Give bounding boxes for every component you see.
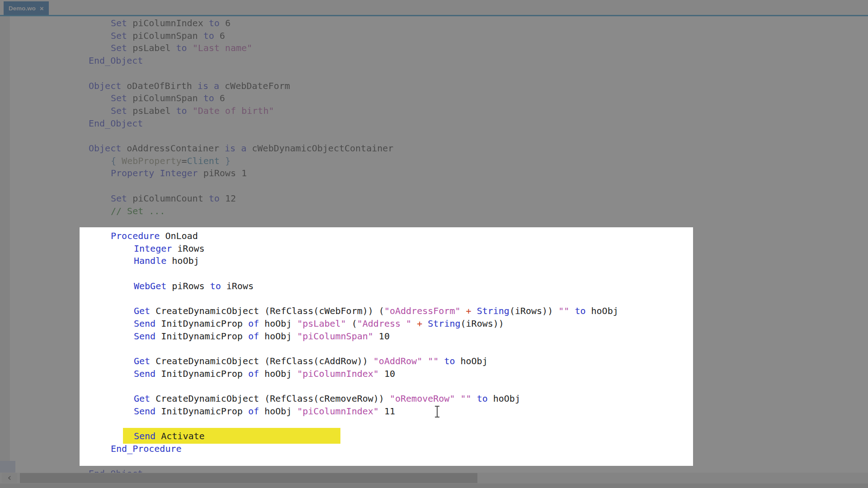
code-line: Get CreateDynamicObject (RefClass(cAddRo… — [134, 355, 488, 367]
code-token: of — [248, 331, 264, 342]
code-token: CreateDynamicObject (RefClass(cAddRow)) — [156, 356, 373, 366]
spotlight-content: Demo.wo × Set piColumnIndex to 6Set piCo… — [80, 227, 693, 466]
code-token: a — [214, 80, 225, 91]
code-token: "psLabel" — [297, 318, 346, 329]
code-token: + — [417, 318, 422, 329]
code-line: Set piColumnIndex to 6 — [111, 17, 231, 29]
code-token: "" — [460, 393, 471, 404]
code-token: of — [248, 318, 264, 329]
code-line: Send InitDynamicProp of hoObj "piColumnS… — [134, 330, 390, 343]
code-token — [422, 318, 428, 329]
code-line: Send InitDynamicProp of hoObj "psLabel" … — [134, 317, 504, 330]
code-line: Set psLabel to "Last name" — [111, 42, 252, 54]
code-line: { WebProperty=Client } — [111, 155, 231, 167]
text-cursor-ibeam — [437, 406, 438, 417]
code-token: Set — [111, 105, 132, 116]
code-line: // Set ... — [111, 205, 165, 217]
tab-close-icon[interactable]: × — [40, 5, 44, 12]
spotlight-highlight-box: Demo.wo × Set piColumnIndex to 6Set piCo… — [80, 227, 693, 466]
code-token: 11 — [379, 406, 395, 417]
tab-bar: Demo.wo × — [0, 0, 868, 15]
code-line-highlighted: Send Activate — [134, 430, 205, 442]
code-line: Handle hoObj — [134, 254, 199, 267]
code-token — [411, 318, 417, 329]
code-token: oDateOfBirth — [127, 80, 198, 91]
code-token: Send — [134, 431, 161, 441]
code-token — [422, 356, 428, 366]
code-token: Get — [134, 356, 156, 366]
code-line: Get CreateDynamicObject (RefClass(cRemov… — [134, 392, 520, 405]
scrollbar-left-arrow[interactable]: ‹ — [2, 473, 17, 483]
code-token: InitDynamicProp — [161, 368, 248, 379]
code-token: Get — [134, 393, 156, 404]
code-token: Object — [89, 80, 127, 91]
code-line: Set psLabel to "Date of birth" — [111, 104, 274, 117]
code-token: 6 — [220, 30, 225, 41]
code-token: cWebDynamicObjectContainer — [252, 143, 393, 154]
code-token: { — [111, 155, 122, 166]
code-token: // Set ... — [111, 206, 165, 216]
code-token: InitDynamicProp — [161, 318, 248, 329]
code-token: InitDynamicProp — [161, 406, 248, 417]
code-token: 12 — [225, 193, 236, 204]
code-token: hoObj — [264, 368, 297, 379]
code-token: Set — [111, 93, 132, 103]
code-editor-surface[interactable]: Set piColumnIndex to 6Set piColumnSpan t… — [80, 227, 693, 466]
code-line: Integer iRows — [134, 242, 205, 255]
code-token: Procedure — [111, 230, 165, 241]
ide-screen: Demo.wo × Set piColumnIndex to 6Set piCo… — [0, 0, 868, 488]
code-token: piRows — [203, 168, 241, 178]
code-token: "piColumnSpan" — [297, 331, 373, 342]
code-token: 6 — [225, 18, 231, 28]
code-token: piColumnSpan — [132, 30, 203, 41]
code-token: to — [209, 18, 225, 28]
code-token: to — [176, 42, 193, 53]
tab-demo-wo[interactable]: Demo.wo × — [4, 1, 49, 15]
code-token — [460, 305, 466, 316]
code-token: CreateDynamicObject (RefClass(cWebForm))… — [156, 305, 384, 316]
code-token: Send — [134, 406, 161, 417]
code-line: End_Object — [89, 117, 143, 130]
code-token: = — [182, 155, 187, 166]
editor-window-spotlight-copy: Demo.wo × Set piColumnIndex to 6Set piCo… — [80, 227, 693, 466]
horizontal-scrollbar[interactable]: ‹ — [0, 473, 868, 483]
code-token: Send — [134, 331, 161, 342]
code-token: "oAddRow" — [373, 356, 422, 366]
code-token: "oAddressForm" — [384, 305, 461, 316]
scrollbar-thumb[interactable] — [20, 473, 477, 483]
code-token: iRows — [177, 243, 204, 254]
code-token: to — [209, 193, 225, 204]
code-token: 10 — [379, 368, 395, 379]
code-token: to — [575, 305, 591, 316]
code-token: 1 — [241, 168, 247, 178]
code-token: "" — [558, 305, 569, 316]
code-token: hoObj — [264, 406, 297, 417]
code-token: to — [210, 281, 226, 291]
code-token: hoObj — [591, 305, 618, 316]
code-token: "Last name" — [193, 42, 252, 53]
code-token: End_Object — [89, 118, 143, 129]
code-token: Send — [134, 318, 161, 329]
code-token: Integer — [134, 243, 177, 254]
code-token: WebProperty — [122, 155, 181, 166]
code-line: Object oAddressContainer is a cWebDynami… — [89, 142, 393, 155]
code-token: oAddressContainer — [127, 143, 225, 154]
code-token: "" — [428, 356, 439, 366]
code-line: Send InitDynamicProp of hoObj "piColumnI… — [134, 367, 395, 380]
code-token: Send — [134, 368, 161, 379]
code-token: Handle — [134, 255, 172, 266]
corner-panel — [0, 461, 15, 473]
code-token: 10 — [373, 331, 390, 342]
code-token: of — [248, 406, 264, 417]
code-token: WebGet — [134, 281, 172, 291]
code-token: "oRemoveRow" — [390, 393, 455, 404]
code-token: (iRows)) — [461, 318, 504, 329]
code-token: psLabel — [132, 105, 176, 116]
code-token: Object — [89, 143, 127, 154]
code-token: (iRows)) — [509, 305, 558, 316]
code-token — [569, 305, 575, 316]
code-token: InitDynamicProp — [161, 331, 248, 342]
code-line: End_Procedure — [111, 442, 182, 455]
code-token: Set — [111, 18, 132, 28]
code-token: "Address " — [357, 318, 411, 329]
